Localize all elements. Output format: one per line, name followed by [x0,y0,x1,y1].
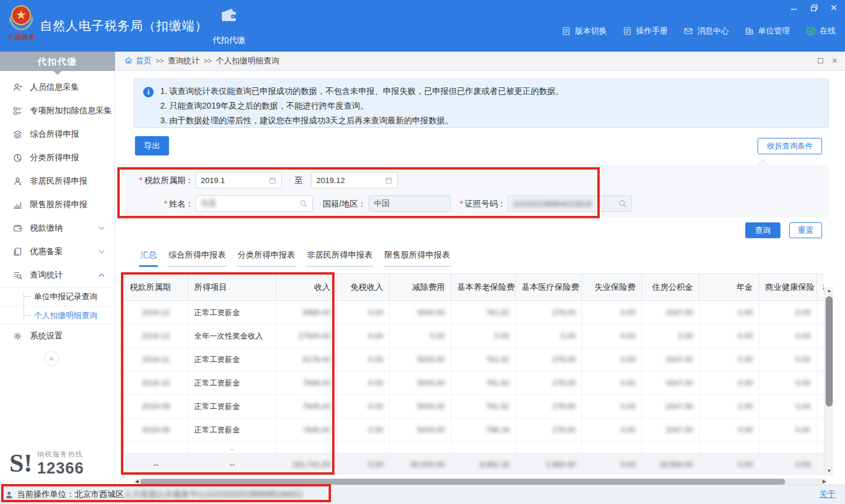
sidebar-subitem-personal-withholding-detail-query[interactable]: 个人扣缴明细查询 [0,306,114,324]
info-icon: i [143,87,154,97]
cell-text: 1547.00 [665,308,693,317]
wallet-icon [13,224,22,233]
cell: 0.00 [759,418,817,442]
cell-text: 0.00 [738,308,753,317]
tab-comprehensive-income[interactable]: 综合所得申报表 [167,250,227,267]
vertical-scrollbar[interactable]: ▲ ▼ [824,287,833,475]
cell-text: 1547.00 [665,402,693,411]
online-status[interactable]: 在线 [806,26,836,36]
vertical-scroll-thumb[interactable] [826,296,833,407]
horizontal-scroll-thumb[interactable] [140,479,785,485]
app-window: 中国税务 自然人电子税务局（扣缴端） 代扣代缴 版本切换操作手册消息中心单位管理… [0,0,845,504]
cell-text: 全年一次性奖金收入 [194,332,263,340]
cell-text: 0.00 [738,402,753,411]
restore-button[interactable] [809,2,819,13]
unit-management[interactable]: 单位管理 [745,26,790,36]
cell-text: 0.00 [561,332,576,340]
cell-text: 0.00 [430,332,445,340]
breadcrumb: 首页 >> 查询统计 >> 个人扣缴明细查询 ✕ [115,52,845,71]
cell-text: 0.00 [495,332,509,340]
document-icon [562,26,571,36]
cell: 1547.00 [642,395,699,418]
cell: 0.00 [582,348,642,371]
cell: 5000.00 [390,395,451,418]
cell [817,301,824,324]
sidebar-item-comprehensive-income-declare[interactable]: 综合所得申报 [0,123,114,146]
search-list-icon [13,270,22,280]
sidebar-item-nonresident-income-declare[interactable]: 非居民所得申报 [0,170,114,193]
cell: 0.00 [390,324,451,348]
cell: 18,564.00 [642,454,699,476]
scroll-up-arrow-icon[interactable]: ▲ [824,287,834,295]
sidebar-item-preferential-filing[interactable]: 优惠备案 [0,240,114,263]
cell-text: 1547.00 [665,355,693,364]
collapse-query-button[interactable]: 收折查询条件 [758,138,822,154]
period-to-input[interactable]: 2019.12 [311,172,398,188]
sidebar-item-system-settings[interactable]: 系统设置 [0,324,114,348]
sidebar-item-restricted-stock-income-declare[interactable]: 限售股所得申报 [0,193,114,217]
cell-text: 27500.00 [299,332,330,340]
cell: 5000.00 [390,348,451,371]
cell: 0.00 [516,324,582,348]
cell [390,442,451,454]
cell [516,442,582,454]
cell [699,442,759,454]
sidebar-collapse-button[interactable]: « [44,351,59,366]
cell: 279.00 [516,348,582,371]
cell: 0.00 [337,324,390,348]
name-label: *姓名： [124,195,194,212]
cell-text: 0.00 [738,355,753,364]
cell-text: 正常工资薪金 [194,402,240,411]
cell-text: 0.00 [738,332,753,340]
calendar-icon[interactable] [385,177,393,184]
cell-text: 0.00 [796,378,810,387]
panel-maximize-button[interactable] [818,56,823,66]
notice-line: 2. 只能查询2019年及之后的数据，不能进行跨年度查询。 [160,99,822,113]
breadcrumb-home-link[interactable]: 首页 [124,56,151,66]
about-link[interactable]: 关于 [819,489,836,500]
cell: 0.00 [699,301,759,324]
tab-classified-income[interactable]: 分类所得申报表 [236,250,296,267]
cell-text: 0.00 [369,402,383,411]
cell [337,442,390,454]
version-switch[interactable]: 版本切换 [562,26,607,36]
cell [451,442,516,454]
cell: 5000.00 [390,418,451,442]
period-label: *税款所属期： [124,172,194,188]
query-button[interactable]: 查询 [745,222,780,238]
message-center[interactable]: 消息中心 [684,26,729,36]
cell-text: 8,991.16 [479,460,509,469]
export-button[interactable]: 导出 [135,136,169,155]
name-input[interactable]: 马某 [195,195,313,212]
scroll-down-arrow-icon[interactable]: ▼ [824,467,834,475]
sidebar-item-personnel-info-collection[interactable]: 人员信息采集 [0,76,114,99]
cell: 7645.00 [276,371,337,395]
tax-emblem-logo [6,2,36,35]
sidebar-subitem-unit-declare-record-query[interactable]: 单位申报记录查询 [0,287,114,306]
cell: 正常工资薪金 [188,395,276,418]
module-tab-withholding[interactable]: 代扣代缴 [204,7,254,46]
user-manual[interactable]: 操作手册 [623,26,668,36]
cell-text: 2019-09 [142,402,170,411]
period-from-input[interactable]: 2019.1 [195,172,282,188]
sidebar-item-classified-income-declare[interactable]: 分类所得申报 [0,146,114,170]
tab-restricted-stock-income[interactable]: 限售股所得申报表 [383,250,451,267]
tab-summary[interactable]: 汇总 [139,250,158,267]
calendar-icon[interactable] [269,177,276,184]
panel-close-button[interactable]: ✕ [832,56,838,66]
cell-text: 0.00 [796,460,810,469]
building-icon [745,26,754,36]
cell: 0.00 [582,454,642,476]
module-tab-label: 代扣代缴 [212,35,245,46]
sidebar-item-query-statistics[interactable]: 查询统计 [0,263,114,287]
chevron-down-icon [97,224,106,233]
close-button[interactable] [829,2,839,13]
tab-nonresident-income[interactable]: 非居民所得申报表 [306,250,374,267]
cell [817,395,824,418]
cell-text: 9178.00 [303,355,330,364]
cell-text: 2019-08 [142,425,170,434]
minimize-button[interactable] [789,2,799,13]
sidebar-item-tax-payment[interactable]: 税款缴纳 [0,217,114,240]
sidebar-item-special-deduction-info-collection[interactable]: 专项附加扣除信息采集 [0,99,114,123]
reset-button[interactable]: 重置 [789,222,822,238]
